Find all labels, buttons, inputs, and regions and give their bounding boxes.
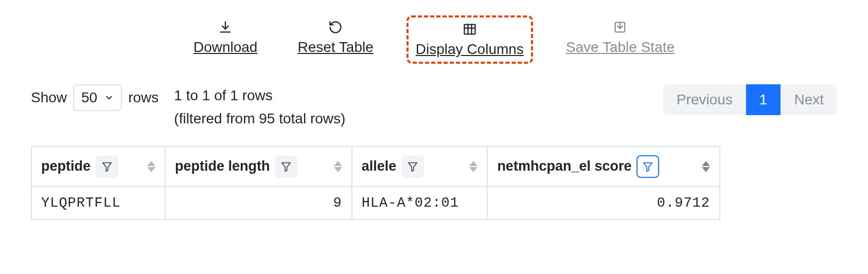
filter-button-score[interactable] — [636, 155, 659, 178]
reset-table-button[interactable]: Reset Table — [290, 15, 380, 64]
info-range: 1 to 1 of 1 rows — [174, 84, 648, 107]
col-label-peptide: peptide — [41, 158, 91, 174]
rows-per-page-select[interactable]: 50 — [73, 84, 122, 111]
col-label-score: netmhcpan_el score — [497, 158, 631, 174]
download-icon — [218, 20, 233, 35]
results-table: peptide peptide length — [31, 146, 720, 220]
sort-button-peptide-length[interactable] — [334, 161, 342, 172]
table-icon — [462, 22, 477, 37]
display-columns-label: Display Columns — [416, 41, 524, 58]
save-icon — [612, 20, 628, 35]
col-header-score: netmhcpan_el score — [487, 147, 720, 187]
sort-button-peptide[interactable] — [147, 161, 155, 172]
display-columns-button[interactable]: Display Columns — [406, 15, 533, 64]
refresh-icon — [328, 20, 343, 35]
col-label-peptide-length: peptide length — [175, 158, 270, 174]
filter-button-peptide-length[interactable] — [275, 155, 297, 178]
filter-button-allele[interactable] — [401, 155, 424, 178]
next-button[interactable]: Next — [781, 84, 837, 115]
table-toolbar: Download Reset Table Display Columns Sav… — [31, 15, 837, 64]
svg-marker-9 — [644, 162, 652, 171]
cell-peptide: YLQPRTFLL — [31, 187, 165, 220]
download-label: Download — [193, 39, 258, 56]
rows-select-value: 50 — [81, 89, 97, 106]
col-header-peptide-length: peptide length — [165, 147, 352, 187]
table-controls: Show 50 rows 1 to 1 of 1 rows (filtered … — [31, 84, 837, 131]
info-filtered: (filtered from 95 total rows) — [174, 107, 648, 131]
show-suffix: rows — [128, 89, 158, 106]
sort-button-allele[interactable] — [469, 161, 477, 172]
col-header-allele: allele — [352, 147, 488, 187]
table-info: 1 to 1 of 1 rows (filtered from 95 total… — [174, 84, 648, 131]
svg-marker-8 — [409, 162, 417, 171]
cell-peptide-length: 9 — [165, 187, 352, 220]
cell-allele: HLA-A*02:01 — [352, 187, 488, 220]
sort-button-score[interactable] — [702, 161, 710, 172]
table-row: YLQPRTFLL 9 HLA-A*02:01 0.9712 — [31, 187, 720, 220]
pagination: Previous 1 Next — [663, 84, 837, 115]
svg-marker-6 — [103, 162, 112, 171]
save-table-state-button[interactable]: Save Table State — [559, 15, 682, 64]
download-button[interactable]: Download — [186, 15, 265, 64]
page-1-button[interactable]: 1 — [746, 84, 781, 115]
save-state-label: Save Table State — [566, 39, 675, 56]
show-rows-control: Show 50 rows — [31, 84, 158, 111]
show-prefix: Show — [31, 89, 67, 106]
previous-button[interactable]: Previous — [663, 84, 746, 115]
col-label-allele: allele — [362, 158, 397, 174]
col-header-peptide: peptide — [31, 147, 165, 187]
svg-marker-7 — [282, 162, 291, 171]
svg-rect-0 — [464, 25, 475, 34]
reset-label: Reset Table — [297, 39, 373, 56]
chevron-down-icon — [104, 93, 114, 102]
filter-button-peptide[interactable] — [96, 155, 118, 178]
cell-score: 0.9712 — [487, 187, 720, 220]
